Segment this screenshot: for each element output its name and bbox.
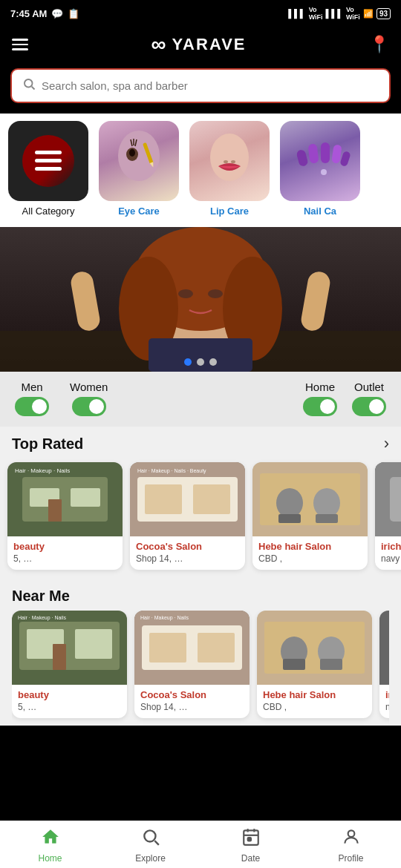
svg-text:Hair · Makeup · Nails: Hair · Makeup · Nails <box>140 615 189 621</box>
svg-rect-60 <box>75 629 112 659</box>
toggle-women: Women <box>70 381 108 416</box>
salon-name-1: Cocoa's Salon <box>136 541 239 552</box>
near-me-list: Hair · Makeup · Nails beauty 5, … Hair ·… <box>12 611 389 726</box>
near-salon-card-2[interactable]: Hebe hair Salon CBD , <box>257 611 372 718</box>
svg-rect-3 <box>35 159 62 162</box>
svg-line-80 <box>154 841 158 844</box>
logo-text: YARAVE <box>172 35 246 54</box>
salon-addr-1: Shop 14, … <box>136 553 239 564</box>
svg-rect-2 <box>35 151 62 154</box>
banner-dot-1[interactable] <box>184 358 192 366</box>
eye-care-image <box>99 121 179 201</box>
search-bar[interactable] <box>10 68 391 103</box>
toggle-home-switch[interactable] <box>303 397 337 416</box>
svg-text:Hair · Makeup · Nails: Hair · Makeup · Nails <box>15 467 70 474</box>
toggle-women-label: Women <box>70 381 108 393</box>
wifi-icon: 📶 <box>363 9 374 19</box>
salon-name-0: beauty <box>13 541 117 552</box>
svg-point-0 <box>25 79 33 88</box>
svg-line-1 <box>32 87 35 90</box>
nav-home[interactable]: Home <box>0 821 100 868</box>
app-logo: ∞ YARAVE <box>151 33 246 56</box>
svg-rect-74 <box>320 659 342 670</box>
category-lip-label: Lip Care <box>210 206 249 217</box>
svg-text:Hair · Makeup · Nails: Hair · Makeup · Nails <box>18 615 66 621</box>
explore-nav-label: Explore <box>135 853 166 864</box>
search-input[interactable] <box>42 79 379 92</box>
status-bar: 7:45 AM 💬 📋 ▌▌▌ VoWiFi ▌▌▌ VoWiFi 📶 93 <box>0 0 401 27</box>
svg-rect-16 <box>296 149 308 167</box>
near-salon-name-1: Cocoa's Salon <box>140 689 244 700</box>
promo-banner[interactable] <box>0 227 401 372</box>
svg-rect-61 <box>53 644 66 670</box>
date-nav-label: Date <box>241 853 260 864</box>
top-rated-arrow[interactable]: › <box>384 434 389 453</box>
svg-rect-50 <box>278 514 301 523</box>
near-salon-name-3: irich <box>385 689 389 700</box>
near-salon-card-0[interactable]: Hair · Makeup · Nails beauty 5, … <box>12 611 127 718</box>
near-salon-card-1[interactable]: Hair · Makeup · Nails Cocoa's Salon Shop… <box>134 611 250 718</box>
svg-rect-37 <box>71 488 100 507</box>
salon-name-3: irich <box>381 541 401 552</box>
svg-text:Hair · Makeup · Nails · Beauty: Hair · Makeup · Nails · Beauty <box>137 468 206 474</box>
salon-addr-0: 5, … <box>13 553 117 564</box>
category-eye-care[interactable]: Eye Care <box>95 121 183 217</box>
near-salon-addr-1: Shop 14, … <box>140 702 244 712</box>
category-all-label: All Category <box>22 206 75 217</box>
banner-dot-3[interactable] <box>209 358 217 366</box>
svg-point-21 <box>321 169 327 175</box>
svg-rect-54 <box>390 477 401 522</box>
svg-rect-75 <box>379 611 389 685</box>
salon-card-0[interactable]: Hair · Makeup · Nails beauty 5, … <box>7 462 123 570</box>
toggle-outlet-switch[interactable] <box>352 397 386 416</box>
toggle-men: Men <box>15 381 49 416</box>
svg-rect-17 <box>307 143 319 163</box>
location-icon[interactable]: 📍 <box>369 35 389 54</box>
category-lip-care[interactable]: Lip Care <box>186 121 273 217</box>
hamburger-menu[interactable] <box>12 39 28 50</box>
svg-point-14 <box>224 160 228 163</box>
battery-indicator: 93 <box>376 8 391 19</box>
toggle-men-label: Men <box>21 381 42 393</box>
profile-nav-label: Profile <box>338 853 363 864</box>
category-nail-care[interactable]: Nail Ca <box>276 121 364 217</box>
salon-card-3[interactable]: irich navy nagar, <box>375 462 401 570</box>
svg-point-86 <box>348 830 354 837</box>
nav-profile[interactable]: Profile <box>301 821 401 868</box>
salon-card-2[interactable]: Hebe hair Salon CBD , <box>252 462 368 570</box>
category-eye-label: Eye Care <box>118 206 160 217</box>
svg-point-79 <box>144 830 155 841</box>
near-salon-name-2: Hebe hair Salon <box>263 689 366 700</box>
category-all[interactable]: All Category <box>4 121 92 217</box>
search-icon <box>22 77 36 94</box>
app-header: ∞ YARAVE 📍 <box>0 27 401 65</box>
toggle-women-switch[interactable] <box>72 397 106 416</box>
svg-rect-18 <box>321 142 330 163</box>
time-display: 7:45 AM <box>10 8 47 19</box>
toggle-outlet-label: Outlet <box>354 381 384 393</box>
svg-point-30 <box>208 289 223 298</box>
profile-nav-icon <box>342 827 361 852</box>
all-category-icon-bg <box>22 135 74 187</box>
svg-point-7 <box>129 149 135 157</box>
nav-date[interactable]: Date <box>200 821 301 868</box>
toggle-outlet: Outlet <box>352 381 386 416</box>
svg-rect-38 <box>48 499 62 522</box>
svg-rect-70 <box>264 622 365 674</box>
svg-rect-51 <box>316 514 338 523</box>
near-me-section: Near Me Hair · Makeup · Nails beauty 5, … <box>0 580 401 726</box>
bottom-navigation: Home Explore Date Profi <box>0 821 401 868</box>
near-me-title: Near Me <box>12 588 389 605</box>
categories-row: All Category Eye Care <box>0 114 401 227</box>
nav-explore[interactable]: Explore <box>100 821 200 868</box>
filter-toggles: Men Women Home Outlet <box>0 372 401 427</box>
toggle-men-switch[interactable] <box>15 397 49 416</box>
banner-dot-2[interactable] <box>197 358 204 366</box>
near-salon-card-3[interactable]: irich navy nagar, <box>379 611 389 718</box>
salon-card-1[interactable]: Hair · Makeup · Nails · Beauty Cocoa's S… <box>130 462 245 570</box>
vo-wifi-label: VoWiFi <box>309 6 323 21</box>
svg-rect-85 <box>247 838 250 841</box>
svg-rect-67 <box>198 633 235 662</box>
svg-point-48 <box>276 488 303 518</box>
explore-nav-icon <box>141 827 160 852</box>
